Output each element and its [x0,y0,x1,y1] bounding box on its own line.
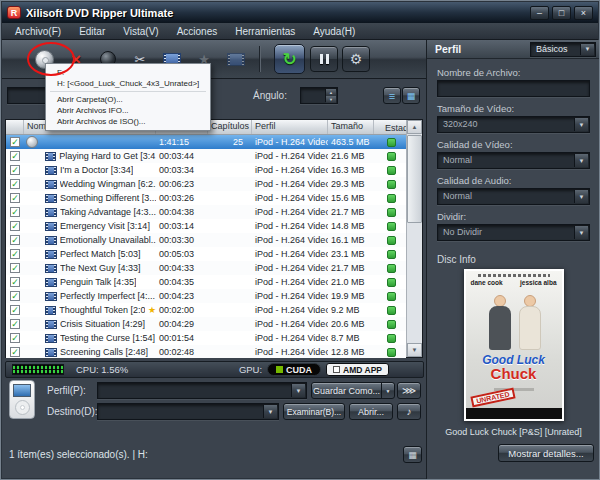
open-menu-action-abrir-carpeta-o[interactable]: Abrir Carpeta(O)... [47,94,209,105]
row-name-cell: Emotionally Unavailabl... [24,233,156,247]
table-row[interactable]: ✓Perfectly Imperfect [4:...00:04:23iPod … [6,289,406,303]
poster-figure-man [488,295,512,351]
row-checkbox[interactable]: ✓ [10,235,20,245]
minimize-button[interactable]: – [530,6,549,20]
pause-button[interactable] [310,46,338,72]
open-folder-button[interactable]: Abrir... [349,403,393,420]
settings-button[interactable]: ⚙ [342,46,370,72]
menu-item-ayuda-h[interactable]: Ayuda(H) [304,25,364,38]
destination-select[interactable]: ▼ [97,403,279,420]
scrollbar-thumb[interactable] [407,135,422,223]
tamaño-de-vídeo-select[interactable]: 320x240▼ [437,116,590,133]
row-checkbox[interactable]: ✓ [10,165,20,175]
convert-button[interactable]: ↻ [274,44,305,74]
nombre-de-archivo-input[interactable] [437,80,590,97]
table-row[interactable]: ✓Thoughtful Token [2:00]★00:02:00iPod - … [6,303,406,317]
menu-item-editar[interactable]: Editar [70,25,114,38]
open-menu-action-abrir-archivos-de-iso[interactable]: Abrir Archivos de ISO()... [47,116,209,127]
table-row[interactable]: ✓The Next Guy [4:33]00:04:33iPod - H.264… [6,261,406,275]
thumbnail-view-button[interactable]: ▦ [402,87,420,104]
calidad-de-vídeo-select[interactable]: Normal▼ [437,152,590,169]
row-checkbox[interactable]: ✓ [10,291,20,301]
row-name: Crisis Situation [4:29] [60,317,145,331]
row-name-cell: Screening Calls [2:48] [24,345,156,358]
row-checkbox-cell: ✓ [6,305,24,315]
calidad-de-audio-select[interactable]: Normal▼ [437,188,590,205]
profile-fields: Nombre de Archivo:Tamaño de Vídeo:320x24… [427,59,600,241]
column-check[interactable] [6,120,24,134]
row-checkbox[interactable]: ✓ [10,347,20,357]
row-duration: 00:04:38 [156,205,208,219]
scroll-up-button[interactable]: ▲ [407,120,422,134]
table-row[interactable]: ✓1:41:1525iPod - H.264 Video463.5 MB [6,135,406,149]
row-checkbox[interactable]: ✓ [10,249,20,259]
spin-down-icon[interactable]: ▼ [326,96,336,103]
column-perfil[interactable]: Perfil [252,120,328,134]
row-checkbox[interactable]: ✓ [10,207,20,217]
row-name: Penguin Talk [4:35] [60,275,136,289]
spinner-arrows[interactable]: ▲▼ [325,89,336,102]
table-row[interactable]: ✓Playing Hard to Get [3:4...00:03:44iPod… [6,149,406,163]
field-label-calidad-de-audio: Calidad de Audio: [437,175,590,186]
film-clip-icon [45,194,57,203]
maximize-button[interactable]: □ [552,6,571,20]
row-name: Something Different [3... [60,191,156,205]
table-row[interactable]: ✓I'm a Doctor [3:34]00:03:34iPod - H.264… [6,163,406,177]
merge-button[interactable] [220,44,252,74]
table-row[interactable]: ✓Perfect Match [5:03]00:05:03iPod - H.26… [6,247,406,261]
browse-button[interactable]: Examinar(B)... [283,403,345,420]
column-capitulos[interactable]: Capítulos [208,120,252,134]
menu-item-vista-v[interactable]: Vista(V) [114,25,167,38]
table-row[interactable]: ✓Testing the Curse [1:54]00:01:54iPod - … [6,331,406,345]
row-checkbox[interactable]: ✓ [10,305,20,315]
preset-select[interactable]: Básicos ▼ [530,42,596,57]
table-row[interactable]: ✓Wedding Wingman [6:2...00:06:23iPod - H… [6,177,406,191]
expand-profiles-button[interactable]: ⋙ [397,382,421,399]
amd-app-toggle[interactable]: AMD APP [326,363,389,376]
dividir-select[interactable]: No Dividir▼ [437,224,590,241]
open-menu-action-abrir-archivos-ifo[interactable]: Abrir Archivos IFO... [47,105,209,116]
row-checkbox[interactable]: ✓ [10,151,20,161]
menu-item-archivo-f[interactable]: Archivo(F) [6,25,70,38]
table-row[interactable]: ✓Screening Calls [2:48]00:02:48iPod - H.… [6,345,406,358]
row-checkbox[interactable]: ✓ [10,319,20,329]
row-checkbox-cell: ✓ [6,193,24,203]
row-status-cell [374,348,406,357]
open-menu-drive-f[interactable]: F: [47,67,209,78]
cuda-logo-icon [276,366,283,373]
column-tamano[interactable]: Tamaño [328,120,374,134]
list-view-button[interactable]: ≡ [383,87,401,104]
save-as-menu-arrow-icon[interactable]: ▼ [381,383,394,398]
show-details-button[interactable]: Mostrar detalles... [498,444,594,462]
close-button[interactable]: × [574,6,593,20]
cuda-toggle[interactable]: CUDA [267,363,321,376]
table-row[interactable]: ✓Emotionally Unavailabl...00:03:30iPod -… [6,233,406,247]
table-row[interactable]: ✓Penguin Talk [4:35]00:04:35iPod - H.264… [6,275,406,289]
row-checkbox[interactable]: ✓ [10,277,20,287]
scroll-down-button[interactable]: ▼ [407,343,422,357]
profile-select[interactable]: ▼ [97,382,307,399]
row-checkbox[interactable]: ✓ [10,333,20,343]
spin-up-icon[interactable]: ▲ [326,89,336,96]
row-duration: 00:03:14 [156,219,208,233]
ringtone-button[interactable]: ♪ [397,403,421,420]
row-checkbox[interactable]: ✓ [10,137,20,147]
table-row[interactable]: ✓Taking Advantage [4:3...00:04:38iPod - … [6,205,406,219]
vertical-scrollbar[interactable]: ▲ ▼ [406,120,422,357]
table-row[interactable]: ✓Emergency Visit [3:14]00:03:14iPod - H.… [6,219,406,233]
table-row[interactable]: ✓Crisis Situation [4:29]00:04:29iPod - H… [6,317,406,331]
open-menu-drive-h-good-luck-chuck-4x3-unrated[interactable]: H: [<Good_Luck_Chuck_4x3_Unrated>] [47,78,209,89]
row-profile: iPod - H.264 Video [252,303,328,317]
row-checkbox[interactable]: ✓ [10,221,20,231]
row-checkbox[interactable]: ✓ [10,193,20,203]
angle-spinner[interactable]: ▲▼ [300,87,338,104]
menu-item-acciones[interactable]: Acciones [168,25,227,38]
bitrate-calculator-button[interactable]: ▦ [403,446,422,463]
angle-label: Ángulo: [253,90,287,101]
save-as-button[interactable]: Guardar Como...▼ [311,382,395,399]
row-name: Screening Calls [2:48] [60,345,148,358]
menu-item-herramientas[interactable]: Herramientas [226,25,304,38]
row-checkbox[interactable]: ✓ [10,263,20,273]
table-row[interactable]: ✓Something Different [3...00:03:26iPod -… [6,191,406,205]
row-checkbox[interactable]: ✓ [10,179,20,189]
